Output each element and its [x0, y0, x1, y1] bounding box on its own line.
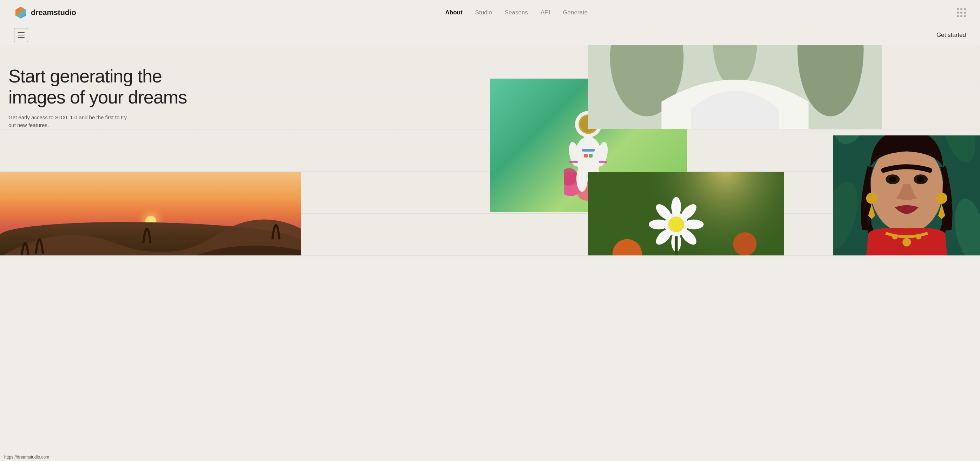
- hamburger-line: [18, 37, 25, 38]
- secondary-bar: Get started: [0, 25, 980, 45]
- grid-cell: [0, 171, 99, 214]
- grid-cell: [784, 171, 882, 214]
- nav-right: [957, 8, 966, 17]
- grid-cell: [784, 214, 882, 256]
- grid-cell: [392, 171, 490, 214]
- grid-cell: [99, 45, 196, 87]
- grid-cell: [196, 171, 294, 214]
- grid-cell: [686, 130, 784, 171]
- grid-cell: [882, 45, 980, 87]
- logo[interactable]: dreamstudio: [14, 6, 76, 19]
- grid-cell: [686, 45, 784, 87]
- dot: [960, 11, 963, 14]
- hamburger-button[interactable]: [14, 28, 28, 42]
- nav-menu: About Studio Seasons API Generate: [445, 9, 588, 16]
- background-grid: [0, 45, 980, 256]
- dot: [960, 15, 963, 17]
- grid-cell: [490, 130, 588, 171]
- dot: [957, 15, 959, 17]
- grid-cell: [686, 87, 784, 130]
- dot: [957, 8, 959, 10]
- logo-icon: [14, 6, 27, 19]
- grid-cell: [784, 130, 882, 171]
- grid-cell: [294, 171, 392, 214]
- dot: [964, 15, 966, 17]
- grid-cell: [0, 45, 99, 87]
- grid-cell: [588, 45, 686, 87]
- nav-item-api[interactable]: API: [541, 9, 550, 16]
- grid-area: Start generating theimages of your dream…: [0, 45, 980, 257]
- grid-cell: [588, 214, 686, 256]
- nav-link-generate[interactable]: Generate: [563, 9, 588, 16]
- grid-cell: [882, 214, 980, 256]
- nav-item-seasons[interactable]: Seasons: [505, 9, 528, 16]
- grid-cell: [588, 171, 686, 214]
- hamburger-line: [18, 32, 25, 33]
- nav-item-about[interactable]: About: [445, 9, 462, 16]
- grid-cell: [784, 87, 882, 130]
- svg-marker-0: [16, 7, 26, 19]
- grid-cell: [588, 130, 686, 171]
- logo-text-bold: studio: [54, 8, 76, 17]
- apps-grid-icon[interactable]: [957, 8, 966, 17]
- grid-cell: [196, 214, 294, 256]
- grid-cell: [294, 130, 392, 171]
- nav-link-studio[interactable]: Studio: [475, 9, 492, 16]
- dot: [964, 8, 966, 10]
- grid-cell: [196, 130, 294, 171]
- nav-link-about[interactable]: About: [445, 9, 462, 16]
- logo-text-regular: dream: [31, 8, 54, 17]
- dot: [960, 8, 963, 10]
- grid-cell: [294, 45, 392, 87]
- grid-cell: [490, 45, 588, 87]
- nav-link-api[interactable]: API: [541, 9, 550, 16]
- grid-cell: [99, 171, 196, 214]
- dot: [957, 11, 959, 14]
- nav-item-studio[interactable]: Studio: [475, 9, 492, 16]
- grid-cell: [882, 130, 980, 171]
- grid-cell: [294, 214, 392, 256]
- grid-cell: [392, 45, 490, 87]
- grid-cell: [686, 214, 784, 256]
- grid-cell: [392, 214, 490, 256]
- grid-cell: [784, 45, 882, 87]
- grid-cell: [0, 130, 99, 171]
- grid-cell: [0, 87, 99, 130]
- grid-cell: [196, 87, 294, 130]
- nav-item-generate[interactable]: Generate: [563, 9, 588, 16]
- navbar: dreamstudio About Studio Seasons API Gen…: [0, 0, 980, 25]
- grid-cell: [588, 87, 686, 130]
- grid-cell: [294, 87, 392, 130]
- grid-cell: [686, 171, 784, 214]
- grid-cell: [99, 130, 196, 171]
- grid-cell: [882, 87, 980, 130]
- grid-cell: [392, 87, 490, 130]
- hamburger-line: [18, 35, 25, 35]
- grid-cell: [0, 214, 99, 256]
- grid-cell: [392, 130, 490, 171]
- get-started-button[interactable]: Get started: [937, 32, 966, 39]
- grid-cell: [882, 171, 980, 214]
- grid-cell: [490, 87, 588, 130]
- grid-cell: [490, 171, 588, 214]
- grid-cell: [196, 45, 294, 87]
- dot: [964, 11, 966, 14]
- grid-cell: [99, 214, 196, 256]
- grid-cell: [99, 87, 196, 130]
- nav-link-seasons[interactable]: Seasons: [505, 9, 528, 16]
- logo-text: dreamstudio: [31, 8, 76, 17]
- grid-cell: [490, 214, 588, 256]
